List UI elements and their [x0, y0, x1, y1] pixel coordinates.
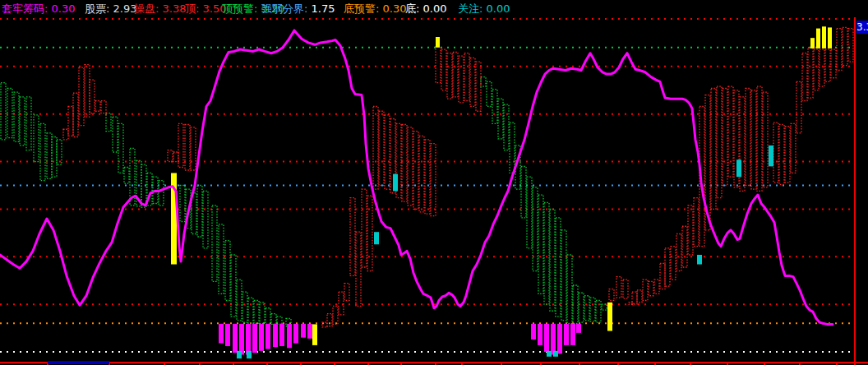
header-item-0-label: 套牢筹码:	[2, 2, 52, 15]
header-item-6-value: 0.30	[383, 2, 407, 15]
header-item-2: 操盘: 3.38	[134, 2, 186, 15]
main-line	[0, 30, 833, 325]
header-item-8-label: 关注:	[458, 2, 487, 15]
header-item-8-value: 0.00	[487, 2, 510, 15]
header-item-2-label: 操盘:	[134, 2, 163, 15]
bottom-magenta-bars	[219, 324, 581, 355]
chip-bars	[1, 27, 853, 326]
header-item-5: 强弱分界: 1.75	[261, 2, 335, 15]
header-item-4-label: 顶预警:	[222, 2, 261, 15]
header-item-3-label: 顶:	[185, 2, 203, 15]
header-item-0-value: 0.30	[52, 2, 76, 15]
indicator-chart[interactable]	[0, 0, 868, 365]
header-item-6-label: 底预警:	[344, 2, 383, 15]
header-item-3: 顶: 3.50	[185, 2, 226, 15]
header-item-0: 套牢筹码: 0.30	[2, 2, 75, 15]
header-item-7-label: 底:	[405, 2, 423, 15]
header-item-7: 底: 0.00	[405, 2, 446, 15]
header-item-1-label: 股票:	[85, 2, 113, 15]
header-item-6: 底预警: 0.30	[344, 2, 406, 15]
right-axis-value-badge: 3.3	[856, 21, 868, 34]
indicator-panel: 套牢筹码: 0.30股票: 2.93操盘: 3.38顶: 3.50顶预警: 3.…	[0, 0, 868, 365]
indicator-header: 套牢筹码: 0.30股票: 2.93操盘: 3.38顶: 3.50顶预警: 3.…	[0, 0, 868, 17]
header-item-2-value: 3.38	[163, 2, 187, 15]
header-item-1: 股票: 2.93	[85, 2, 136, 15]
header-item-8: 关注: 0.00	[458, 2, 510, 15]
header-item-5-label: 强弱分界:	[261, 2, 312, 15]
header-item-7-value: 0.00	[423, 2, 447, 15]
header-item-5-value: 1.75	[312, 2, 335, 15]
gridlines	[0, 19, 855, 352]
